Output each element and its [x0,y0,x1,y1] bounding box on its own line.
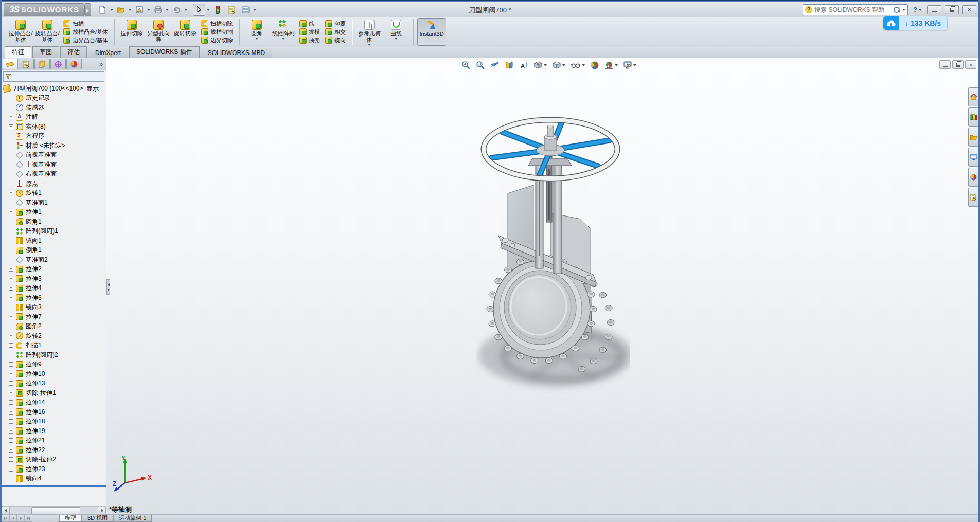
tree-item-拉伸3[interactable]: +拉伸3 [2,274,106,284]
expand-toggle-icon[interactable]: + [9,267,13,272]
expand-toggle-icon[interactable]: + [9,457,13,462]
tree-item-拉伸23[interactable]: +拉伸23 [2,464,106,474]
tree-root-item[interactable]: 刀型闸阀700 (100<<100>_显示 [2,84,106,94]
revolve-cut-button[interactable]: 旋转切除 [172,18,199,46]
tree-item-切除-拉伸2[interactable]: +切除-拉伸2 [2,455,106,465]
netdisk-speed-badge[interactable]: ↓ 133 KB/s [883,16,948,30]
tree-item-拉伸6[interactable]: +拉伸6 [2,293,106,303]
expand-toggle-icon[interactable]: + [9,381,13,386]
options-icon[interactable] [239,4,252,16]
custom-properties-icon[interactable] [968,188,978,207]
dimxpertmanager-icon[interactable] [50,59,66,69]
nav-first-button[interactable] [2,515,9,522]
open-icon[interactable] [115,4,127,16]
help-button[interactable]: ? [911,5,924,14]
expand-toggle-icon[interactable]: + [9,391,13,395]
displaymanager-icon[interactable] [66,59,82,69]
tree-item-拉伸1[interactable]: +拉伸1 [2,208,106,218]
cut-extrude-button[interactable]: 拉伸切除 [118,18,145,46]
tree-item-旋转2[interactable]: +旋转2 [2,331,106,341]
scroll-right-arrow[interactable] [98,507,106,515]
new-document-icon[interactable] [96,4,109,16]
expand-toggle-icon[interactable]: + [9,115,13,119]
graphics-viewport[interactable]: A [106,58,978,514]
view-settings-icon[interactable] [622,60,637,71]
make-drawing-dropdown-icon[interactable] [147,9,150,11]
command-tab-草图[interactable]: 草图 [32,46,59,58]
lofted-cut-button[interactable]: 放样切割 [200,28,235,36]
draft-button[interactable]: 拔模 [298,28,322,36]
panel-tab-overflow-chevron[interactable]: » [99,61,105,68]
display-style-dropdown-icon[interactable] [562,64,565,66]
select-icon[interactable] [193,4,205,16]
select-dropdown-icon[interactable] [207,9,210,11]
help-dropdown-icon[interactable] [919,9,922,11]
tree-item-拉伸22[interactable]: +拉伸22 [2,445,106,455]
tree-item-基准面1[interactable]: 基准面1 [2,198,106,208]
appearances-scenes-icon[interactable] [968,168,978,187]
options-dropdown-icon[interactable] [253,9,256,11]
tree-item-旋转1[interactable]: +旋转1 [2,189,106,199]
expand-toggle-icon[interactable]: + [9,362,13,367]
search-input[interactable] [814,6,891,13]
new-dropdown-icon[interactable] [110,9,113,11]
search-magnifier-icon[interactable] [893,6,900,13]
view-settings-dropdown-icon[interactable] [633,64,636,66]
swept-cut-button[interactable]: 扫描切除 [200,20,235,28]
rotate-view-icon[interactable]: A [518,60,529,71]
wrap-button[interactable]: 包覆 [324,20,347,28]
tree-item-圆角1[interactable]: 圆角1 [2,217,106,227]
reference-geometry-button[interactable]: 参考几何体 [356,18,383,46]
menu-expand-chevron[interactable] [85,3,91,16]
tree-item-拉伸18[interactable]: +拉伸18 [2,417,106,427]
tree-item-右视基准面[interactable]: 右视基准面 [2,170,106,179]
doc-minimize-button[interactable] [939,60,951,69]
reference-geometry-dropdown-icon[interactable] [368,44,371,46]
tree-item-阵列(圆周)2[interactable]: 阵列(圆周)2 [2,350,106,360]
close-button[interactable]: × [962,5,976,14]
hide-show-dropdown-icon[interactable] [582,64,585,66]
tree-item-材质 <未指定>[interactable]: 材质 <未指定> [2,141,106,151]
tree-item-拉伸7[interactable]: +拉伸7 [2,312,106,322]
tree-item-阵列(圆周)1[interactable]: 阵列(圆周)1 [2,227,106,237]
curves-dropdown-icon[interactable] [395,38,398,40]
tree-item-拉伸4[interactable]: +拉伸4 [2,284,106,294]
zoom-fit-icon[interactable] [460,60,472,71]
tree-item-拉伸10[interactable]: +拉伸10 [2,369,106,379]
tree-item-拉伸19[interactable]: +拉伸19 [2,426,106,436]
featuremanager-icon[interactable] [3,59,18,69]
minimize-button[interactable] [927,5,941,14]
hide-show-items-icon[interactable] [569,60,586,71]
tree-item-拉伸2[interactable]: +拉伸2 [2,265,106,275]
shell-button[interactable]: 抽壳 [298,36,322,44]
print-dropdown-icon[interactable] [166,9,169,11]
nav-prev-button[interactable] [9,515,17,522]
design-library-icon[interactable] [968,107,978,127]
tree-filter-field[interactable] [3,71,104,82]
curves-button[interactable]: 曲线 [383,18,409,46]
instant3d-button[interactable]: Instant3D [417,18,446,46]
tree-horizontal-scrollbar[interactable] [2,506,106,514]
expand-toggle-icon[interactable]: + [9,410,13,415]
search-dropdown-icon[interactable] [902,9,905,11]
zoom-area-icon[interactable] [475,60,486,71]
tree-item-切除-拉伸1[interactable]: +切除-拉伸1 [2,388,106,398]
display-style-icon[interactable] [551,60,566,71]
tree-item-实体(8)[interactable]: +实体(8) [2,122,106,132]
mirror-button[interactable]: 镜向 [324,36,347,44]
print-icon[interactable] [152,4,164,16]
previous-view-icon[interactable] [489,60,501,71]
tree-item-拉伸21[interactable]: +拉伸21 [2,436,106,446]
expand-toggle-icon[interactable]: + [9,296,13,300]
tree-item-拉伸16[interactable]: +拉伸16 [2,407,106,417]
apply-scene-icon[interactable] [603,60,619,71]
file-explorer-icon[interactable] [968,128,978,147]
tree-item-圆角2[interactable]: 圆角2 [2,322,106,332]
tree-item-扫描1[interactable]: +扫描1 [2,341,106,351]
edit-appearance-icon[interactable] [589,60,600,71]
bottom-tab-运动算例 1[interactable]: 运动算例 1 [113,515,152,522]
nav-next-button[interactable] [17,515,25,522]
intersect-button[interactable]: 相交 [324,28,347,36]
tree-item-镜向3[interactable]: 镜向3 [2,303,106,313]
bottom-tab-3D 视图[interactable]: 3D 视图 [82,515,113,522]
